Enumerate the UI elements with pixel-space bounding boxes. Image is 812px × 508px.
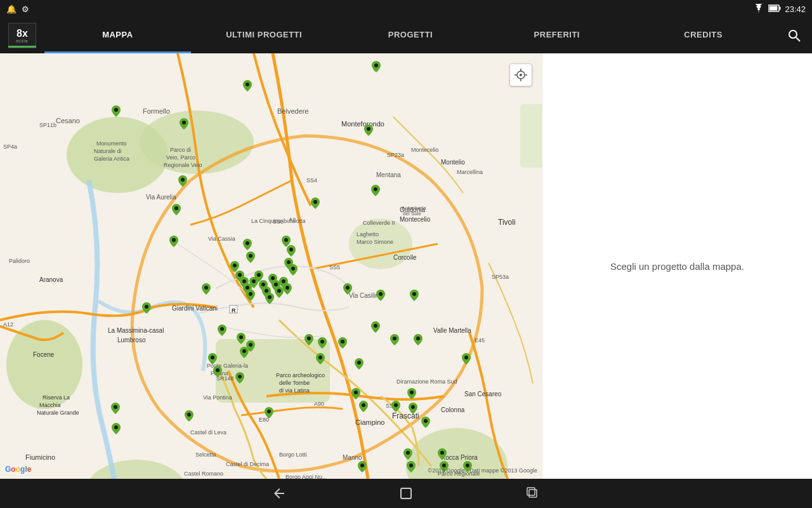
map-marker[interactable] — [235, 372, 244, 384]
map-marker[interactable] — [372, 61, 381, 72]
svg-text:A90: A90 — [314, 401, 324, 407]
svg-text:Belvedere: Belvedere — [277, 107, 309, 115]
svg-point-143 — [357, 361, 361, 364]
map-marker[interactable] — [390, 334, 399, 345]
svg-text:SS5: SS5 — [329, 264, 340, 271]
svg-point-145 — [216, 368, 219, 372]
map-marker[interactable] — [243, 239, 252, 250]
map-marker[interactable] — [246, 251, 255, 263]
recents-button[interactable] — [520, 481, 546, 506]
svg-point-140 — [393, 337, 396, 340]
map-marker[interactable] — [358, 461, 367, 472]
svg-point-164 — [464, 356, 468, 359]
map-marker[interactable] — [265, 293, 274, 304]
map-marker[interactable] — [351, 388, 360, 399]
map-marker[interactable] — [311, 197, 320, 209]
map-marker[interactable] — [283, 283, 292, 295]
map-marker[interactable] — [316, 353, 325, 364]
map-marker[interactable] — [462, 353, 471, 364]
map-marker[interactable] — [318, 337, 327, 349]
map-marker[interactable] — [414, 334, 422, 345]
svg-point-107 — [249, 254, 252, 258]
map-marker[interactable] — [364, 124, 373, 136]
svg-point-105 — [172, 238, 176, 242]
svg-text:Castel Romano: Castel Romano — [184, 471, 223, 477]
search-button[interactable] — [776, 18, 812, 53]
map-marker[interactable] — [409, 403, 417, 414]
map-marker[interactable] — [208, 353, 217, 364]
map-marker[interactable] — [213, 366, 222, 377]
map-marker[interactable] — [391, 401, 400, 412]
svg-point-151 — [424, 419, 428, 423]
svg-point-112 — [233, 264, 237, 267]
svg-point-146 — [238, 375, 242, 378]
map-marker[interactable] — [343, 283, 352, 295]
svg-text:Colonna: Colonna — [441, 406, 465, 413]
map-marker[interactable] — [371, 321, 380, 333]
map-marker[interactable] — [407, 461, 416, 472]
map-marker[interactable] — [338, 337, 347, 349]
svg-text:Via Aurelia: Via Aurelia — [146, 194, 176, 201]
svg-point-144 — [211, 356, 214, 359]
map-marker[interactable] — [304, 334, 313, 345]
map-marker[interactable] — [407, 388, 416, 399]
nav-bar: 8x mille MAPPA ULTIMI PROGETTI PROGETTI … — [0, 18, 812, 53]
svg-point-160 — [440, 451, 444, 455]
map-marker[interactable] — [243, 80, 252, 91]
map-marker[interactable] — [142, 302, 151, 314]
svg-point-103 — [313, 200, 317, 204]
map-marker[interactable] — [178, 175, 187, 187]
svg-text:Macchia: Macchia — [39, 402, 61, 408]
tab-progetti[interactable]: PROGETTI — [337, 18, 484, 53]
tab-ultimi-progetti[interactable]: ULTIMI PROGETTI — [191, 18, 337, 53]
tab-credits[interactable]: CREDITS — [630, 18, 776, 53]
svg-point-138 — [341, 340, 344, 344]
logo-mille-text: mille — [16, 39, 28, 43]
map-marker[interactable] — [218, 324, 226, 336]
back-button[interactable] — [266, 481, 292, 506]
app-logo: 8x mille — [8, 23, 36, 48]
map-marker[interactable] — [410, 290, 419, 301]
map-marker[interactable] — [265, 407, 273, 418]
svg-text:Monumento: Monumento — [96, 140, 127, 147]
map-marker[interactable] — [202, 283, 211, 295]
location-button[interactable] — [509, 64, 532, 86]
svg-point-102 — [374, 187, 377, 191]
map-marker[interactable] — [371, 185, 380, 196]
home-button[interactable] — [393, 481, 419, 506]
tab-preferiti[interactable]: PREFERITI — [483, 18, 630, 53]
svg-point-135 — [249, 343, 252, 347]
map-marker[interactable] — [112, 105, 121, 117]
map-marker[interactable] — [246, 340, 255, 352]
map-marker[interactable] — [111, 403, 120, 414]
map-marker[interactable] — [359, 401, 368, 412]
svg-point-124 — [277, 289, 281, 293]
wifi-icon — [753, 4, 764, 15]
svg-text:Fiumicino: Fiumicino — [25, 453, 55, 461]
map-marker[interactable] — [403, 448, 412, 460]
map-area[interactable]: Monteforondo Montelio Guidonia Monteceli… — [0, 53, 542, 479]
map-marker[interactable] — [287, 245, 296, 257]
map-marker[interactable] — [246, 290, 255, 301]
map-marker[interactable] — [376, 290, 385, 301]
map-marker[interactable] — [172, 204, 181, 215]
svg-point-152 — [410, 391, 414, 394]
map-marker[interactable] — [438, 448, 447, 460]
map-marker[interactable] — [289, 264, 298, 276]
map-marker[interactable] — [421, 417, 430, 428]
svg-text:Montecelio: Montecelio — [400, 216, 431, 223]
svg-point-149 — [362, 403, 365, 407]
map-marker[interactable] — [112, 423, 121, 434]
right-panel: Scegli un progetto dalla mappa. — [542, 53, 812, 479]
svg-point-132 — [220, 327, 224, 331]
map-marker[interactable] — [169, 236, 178, 247]
map-marker[interactable] — [237, 333, 246, 344]
notification-icon: 🔔 — [6, 4, 16, 14]
tab-mappa[interactable]: MAPPA — [44, 18, 191, 53]
map-marker[interactable] — [180, 118, 188, 130]
map-marker[interactable] — [185, 410, 193, 422]
map-marker[interactable] — [355, 358, 363, 370]
svg-point-148 — [354, 391, 358, 394]
svg-text:E45: E45 — [475, 337, 485, 344]
svg-text:Marco Simone: Marco Simone — [357, 239, 393, 245]
